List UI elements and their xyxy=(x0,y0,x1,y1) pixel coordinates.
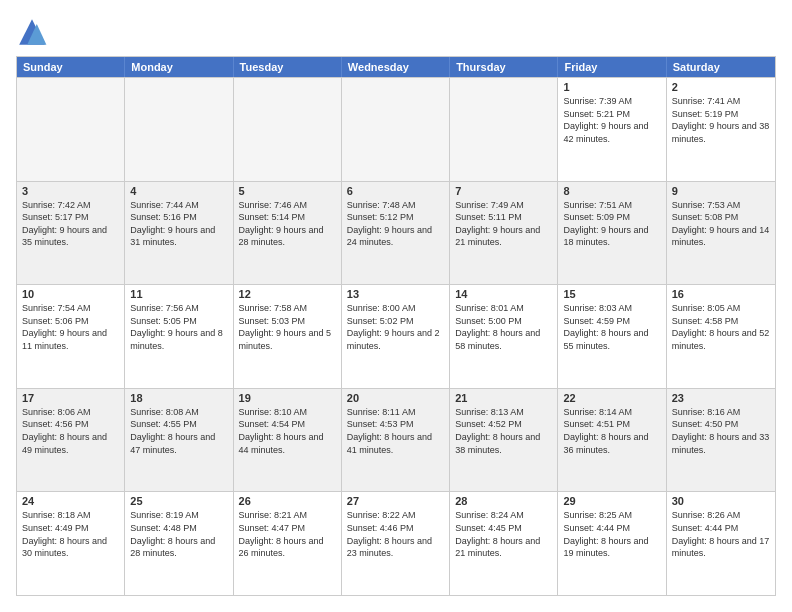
day-cell-21: 21Sunrise: 8:13 AM Sunset: 4:52 PM Dayli… xyxy=(450,389,558,492)
day-number: 19 xyxy=(239,392,336,404)
calendar-body: 1Sunrise: 7:39 AM Sunset: 5:21 PM Daylig… xyxy=(17,77,775,595)
day-number: 2 xyxy=(672,81,770,93)
day-info: Sunrise: 8:13 AM Sunset: 4:52 PM Dayligh… xyxy=(455,406,552,456)
day-number: 10 xyxy=(22,288,119,300)
day-cell-23: 23Sunrise: 8:16 AM Sunset: 4:50 PM Dayli… xyxy=(667,389,775,492)
day-cell-16: 16Sunrise: 8:05 AM Sunset: 4:58 PM Dayli… xyxy=(667,285,775,388)
day-info: Sunrise: 8:18 AM Sunset: 4:49 PM Dayligh… xyxy=(22,509,119,559)
day-info: Sunrise: 8:14 AM Sunset: 4:51 PM Dayligh… xyxy=(563,406,660,456)
day-cell-13: 13Sunrise: 8:00 AM Sunset: 5:02 PM Dayli… xyxy=(342,285,450,388)
week-row-4: 17Sunrise: 8:06 AM Sunset: 4:56 PM Dayli… xyxy=(17,388,775,492)
day-number: 22 xyxy=(563,392,660,404)
day-info: Sunrise: 7:54 AM Sunset: 5:06 PM Dayligh… xyxy=(22,302,119,352)
day-number: 13 xyxy=(347,288,444,300)
day-number: 21 xyxy=(455,392,552,404)
day-number: 26 xyxy=(239,495,336,507)
day-cell-8: 8Sunrise: 7:51 AM Sunset: 5:09 PM Daylig… xyxy=(558,182,666,285)
day-info: Sunrise: 8:22 AM Sunset: 4:46 PM Dayligh… xyxy=(347,509,444,559)
day-number: 5 xyxy=(239,185,336,197)
header-day-wednesday: Wednesday xyxy=(342,57,450,77)
day-info: Sunrise: 8:01 AM Sunset: 5:00 PM Dayligh… xyxy=(455,302,552,352)
day-number: 8 xyxy=(563,185,660,197)
day-info: Sunrise: 7:49 AM Sunset: 5:11 PM Dayligh… xyxy=(455,199,552,249)
day-cell-20: 20Sunrise: 8:11 AM Sunset: 4:53 PM Dayli… xyxy=(342,389,450,492)
empty-cell xyxy=(342,78,450,181)
day-number: 4 xyxy=(130,185,227,197)
day-info: Sunrise: 7:46 AM Sunset: 5:14 PM Dayligh… xyxy=(239,199,336,249)
day-number: 24 xyxy=(22,495,119,507)
empty-cell xyxy=(450,78,558,181)
day-cell-28: 28Sunrise: 8:24 AM Sunset: 4:45 PM Dayli… xyxy=(450,492,558,595)
day-cell-25: 25Sunrise: 8:19 AM Sunset: 4:48 PM Dayli… xyxy=(125,492,233,595)
day-number: 27 xyxy=(347,495,444,507)
day-cell-9: 9Sunrise: 7:53 AM Sunset: 5:08 PM Daylig… xyxy=(667,182,775,285)
day-number: 28 xyxy=(455,495,552,507)
day-cell-10: 10Sunrise: 7:54 AM Sunset: 5:06 PM Dayli… xyxy=(17,285,125,388)
day-info: Sunrise: 7:41 AM Sunset: 5:19 PM Dayligh… xyxy=(672,95,770,145)
day-number: 6 xyxy=(347,185,444,197)
day-info: Sunrise: 8:24 AM Sunset: 4:45 PM Dayligh… xyxy=(455,509,552,559)
day-number: 7 xyxy=(455,185,552,197)
logo xyxy=(16,16,52,48)
day-number: 18 xyxy=(130,392,227,404)
week-row-3: 10Sunrise: 7:54 AM Sunset: 5:06 PM Dayli… xyxy=(17,284,775,388)
day-info: Sunrise: 8:08 AM Sunset: 4:55 PM Dayligh… xyxy=(130,406,227,456)
day-number: 30 xyxy=(672,495,770,507)
day-cell-29: 29Sunrise: 8:25 AM Sunset: 4:44 PM Dayli… xyxy=(558,492,666,595)
day-number: 14 xyxy=(455,288,552,300)
day-number: 20 xyxy=(347,392,444,404)
day-number: 15 xyxy=(563,288,660,300)
day-number: 29 xyxy=(563,495,660,507)
day-cell-7: 7Sunrise: 7:49 AM Sunset: 5:11 PM Daylig… xyxy=(450,182,558,285)
day-cell-27: 27Sunrise: 8:22 AM Sunset: 4:46 PM Dayli… xyxy=(342,492,450,595)
day-cell-5: 5Sunrise: 7:46 AM Sunset: 5:14 PM Daylig… xyxy=(234,182,342,285)
header xyxy=(16,16,776,48)
logo-icon xyxy=(16,16,48,48)
day-cell-6: 6Sunrise: 7:48 AM Sunset: 5:12 PM Daylig… xyxy=(342,182,450,285)
day-cell-17: 17Sunrise: 8:06 AM Sunset: 4:56 PM Dayli… xyxy=(17,389,125,492)
day-info: Sunrise: 7:48 AM Sunset: 5:12 PM Dayligh… xyxy=(347,199,444,249)
day-number: 16 xyxy=(672,288,770,300)
day-info: Sunrise: 8:05 AM Sunset: 4:58 PM Dayligh… xyxy=(672,302,770,352)
day-info: Sunrise: 8:11 AM Sunset: 4:53 PM Dayligh… xyxy=(347,406,444,456)
day-number: 12 xyxy=(239,288,336,300)
day-cell-22: 22Sunrise: 8:14 AM Sunset: 4:51 PM Dayli… xyxy=(558,389,666,492)
day-info: Sunrise: 8:25 AM Sunset: 4:44 PM Dayligh… xyxy=(563,509,660,559)
day-cell-15: 15Sunrise: 8:03 AM Sunset: 4:59 PM Dayli… xyxy=(558,285,666,388)
day-cell-26: 26Sunrise: 8:21 AM Sunset: 4:47 PM Dayli… xyxy=(234,492,342,595)
header-day-tuesday: Tuesday xyxy=(234,57,342,77)
day-info: Sunrise: 7:56 AM Sunset: 5:05 PM Dayligh… xyxy=(130,302,227,352)
day-number: 25 xyxy=(130,495,227,507)
day-info: Sunrise: 8:26 AM Sunset: 4:44 PM Dayligh… xyxy=(672,509,770,559)
day-cell-24: 24Sunrise: 8:18 AM Sunset: 4:49 PM Dayli… xyxy=(17,492,125,595)
page: SundayMondayTuesdayWednesdayThursdayFrid… xyxy=(0,0,792,612)
header-day-monday: Monday xyxy=(125,57,233,77)
day-info: Sunrise: 7:58 AM Sunset: 5:03 PM Dayligh… xyxy=(239,302,336,352)
day-info: Sunrise: 7:44 AM Sunset: 5:16 PM Dayligh… xyxy=(130,199,227,249)
day-cell-3: 3Sunrise: 7:42 AM Sunset: 5:17 PM Daylig… xyxy=(17,182,125,285)
day-cell-4: 4Sunrise: 7:44 AM Sunset: 5:16 PM Daylig… xyxy=(125,182,233,285)
day-cell-19: 19Sunrise: 8:10 AM Sunset: 4:54 PM Dayli… xyxy=(234,389,342,492)
empty-cell xyxy=(125,78,233,181)
day-info: Sunrise: 8:00 AM Sunset: 5:02 PM Dayligh… xyxy=(347,302,444,352)
day-cell-12: 12Sunrise: 7:58 AM Sunset: 5:03 PM Dayli… xyxy=(234,285,342,388)
week-row-5: 24Sunrise: 8:18 AM Sunset: 4:49 PM Dayli… xyxy=(17,491,775,595)
day-cell-30: 30Sunrise: 8:26 AM Sunset: 4:44 PM Dayli… xyxy=(667,492,775,595)
day-cell-18: 18Sunrise: 8:08 AM Sunset: 4:55 PM Dayli… xyxy=(125,389,233,492)
day-info: Sunrise: 7:53 AM Sunset: 5:08 PM Dayligh… xyxy=(672,199,770,249)
calendar: SundayMondayTuesdayWednesdayThursdayFrid… xyxy=(16,56,776,596)
day-number: 11 xyxy=(130,288,227,300)
day-info: Sunrise: 7:51 AM Sunset: 5:09 PM Dayligh… xyxy=(563,199,660,249)
header-day-friday: Friday xyxy=(558,57,666,77)
day-info: Sunrise: 8:16 AM Sunset: 4:50 PM Dayligh… xyxy=(672,406,770,456)
day-info: Sunrise: 7:42 AM Sunset: 5:17 PM Dayligh… xyxy=(22,199,119,249)
header-day-saturday: Saturday xyxy=(667,57,775,77)
day-cell-14: 14Sunrise: 8:01 AM Sunset: 5:00 PM Dayli… xyxy=(450,285,558,388)
day-info: Sunrise: 8:03 AM Sunset: 4:59 PM Dayligh… xyxy=(563,302,660,352)
day-number: 9 xyxy=(672,185,770,197)
calendar-header: SundayMondayTuesdayWednesdayThursdayFrid… xyxy=(17,57,775,77)
day-cell-1: 1Sunrise: 7:39 AM Sunset: 5:21 PM Daylig… xyxy=(558,78,666,181)
day-info: Sunrise: 8:19 AM Sunset: 4:48 PM Dayligh… xyxy=(130,509,227,559)
header-day-sunday: Sunday xyxy=(17,57,125,77)
day-number: 3 xyxy=(22,185,119,197)
